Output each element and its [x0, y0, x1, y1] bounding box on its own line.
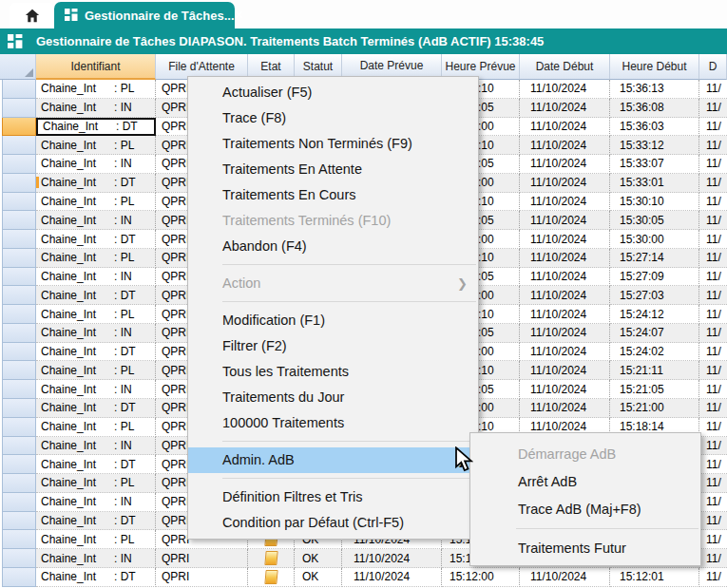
- cell-identifiant[interactable]: Chaine_Int: DT: [36, 343, 156, 362]
- menu-item-d-finition-filtres-et-tris[interactable]: Définition Filtres et Tris: [188, 484, 478, 510]
- cell-date-debut[interactable]: 11/10/2024: [520, 80, 610, 99]
- cell-heure-debut[interactable]: 15:21:00: [610, 399, 699, 418]
- row-selector[interactable]: [2, 268, 36, 287]
- cell-heure-debut[interactable]: 15:30:10: [610, 193, 699, 212]
- cell-date-fin[interactable]: 11/: [699, 286, 727, 305]
- cell-date-debut[interactable]: 11/10/2024: [520, 174, 610, 193]
- cell-date-fin[interactable]: 11/: [699, 249, 727, 268]
- cell-heure-debut[interactable]: 15:24:07: [610, 324, 699, 343]
- cell-date-debut[interactable]: 11/10/2024: [520, 230, 610, 249]
- cell-date-fin[interactable]: 11/: [699, 193, 727, 212]
- row-selector[interactable]: [2, 286, 36, 305]
- cell-date-fin[interactable]: 11/: [699, 211, 727, 230]
- row-selector[interactable]: [2, 80, 36, 99]
- menu-item-traitements-du-jour[interactable]: Traitements du Jour: [188, 385, 478, 410]
- row-selector[interactable]: [2, 193, 36, 212]
- row-selector[interactable]: [2, 324, 36, 343]
- cell-date-debut[interactable]: 11/10/2024: [520, 568, 610, 587]
- cell-heure-debut[interactable]: 15:12:01: [610, 568, 699, 587]
- cell-date-fin[interactable]: 11/: [699, 530, 727, 549]
- cell-file-attente[interactable]: QPRI: [156, 568, 248, 587]
- cell-heure-prevue[interactable]: 15:12:00: [442, 568, 520, 587]
- cell-date-debut[interactable]: 11/10/2024: [520, 155, 610, 174]
- cell-identifiant[interactable]: Chaine_Int: DT: [36, 286, 156, 305]
- cell-date-fin[interactable]: 11/: [699, 549, 727, 568]
- menu-item-tous-les-traitements[interactable]: Tous les Traitements: [188, 359, 478, 385]
- cell-date-fin[interactable]: 11/: [699, 118, 727, 137]
- tab-home[interactable]: [10, 3, 54, 28]
- menu-item-actualiser-f5[interactable]: Actualiser (F5): [188, 80, 478, 105]
- cell-date-debut[interactable]: 11/10/2024: [520, 249, 610, 268]
- cell-date-fin[interactable]: 11/: [699, 380, 727, 399]
- menu-item-abandon-f4[interactable]: Abandon (F4): [188, 234, 478, 259]
- tab-gestionnaire[interactable]: Gestionnaire de Tâches... ✕: [54, 2, 235, 28]
- cell-date-fin[interactable]: 11/: [699, 80, 727, 99]
- cell-heure-debut[interactable]: 15:30:05: [610, 211, 699, 230]
- cell-date-fin[interactable]: 11/: [699, 493, 727, 512]
- column-header-identifiant[interactable]: Identifiant: [36, 54, 156, 80]
- row-selector[interactable]: [2, 530, 36, 549]
- cell-identifiant[interactable]: Chaine_Int: DT: [36, 512, 156, 531]
- row-selector[interactable]: [2, 118, 36, 137]
- cell-identifiant[interactable]: Chaine_Int: DT: [36, 230, 156, 249]
- cell-identifiant[interactable]: Chaine_Int: IN: [36, 155, 156, 174]
- cell-date-debut[interactable]: 11/10/2024: [520, 361, 610, 380]
- cell-identifiant[interactable]: Chaine_Int: PL: [36, 193, 156, 212]
- cell-date-debut[interactable]: 11/10/2024: [520, 380, 610, 399]
- cell-heure-debut[interactable]: 15:27:14: [610, 249, 699, 268]
- cell-date-debut[interactable]: 11/10/2024: [520, 399, 610, 418]
- cell-identifiant[interactable]: Chaine_Int: PL: [36, 249, 156, 268]
- cell-date-fin[interactable]: 11/: [699, 512, 727, 531]
- cell-identifiant[interactable]: Chaine_Int: DT: [36, 568, 156, 587]
- cell-date-debut[interactable]: 11/10/2024: [520, 211, 610, 230]
- cell-date-fin[interactable]: 11/: [699, 437, 727, 456]
- table-row[interactable]: Chaine_Int: DTQPRIOK11/10/202415:12:0011…: [0, 568, 727, 587]
- row-selector[interactable]: [2, 249, 36, 268]
- cell-identifiant[interactable]: Chaine_Int: PL: [36, 530, 156, 549]
- cell-date-debut[interactable]: 11/10/2024: [520, 343, 610, 362]
- cell-heure-debut[interactable]: 15:24:12: [610, 305, 699, 324]
- cell-heure-debut[interactable]: 15:24:02: [610, 343, 699, 362]
- row-selector[interactable]: [2, 99, 36, 118]
- row-selector[interactable]: [2, 493, 36, 512]
- row-selector[interactable]: [2, 474, 36, 493]
- cell-date-fin[interactable]: 11/: [699, 174, 727, 193]
- cell-heure-debut[interactable]: 15:36:03: [610, 118, 699, 137]
- cell-identifiant[interactable]: Chaine_Int: PL: [36, 305, 156, 324]
- row-selector[interactable]: [2, 174, 36, 193]
- row-selector[interactable]: [2, 549, 36, 568]
- cell-heure-debut[interactable]: 15:33:07: [610, 155, 699, 174]
- cell-heure-debut[interactable]: 15:21:05: [610, 380, 699, 399]
- menu-item-traitements-en-cours[interactable]: Traitements En Cours: [188, 182, 478, 208]
- cell-etat[interactable]: [248, 568, 295, 587]
- cell-date-debut[interactable]: 11/10/2024: [520, 193, 610, 212]
- row-selector[interactable]: [2, 512, 36, 531]
- cell-date-debut[interactable]: 11/10/2024: [520, 286, 610, 305]
- cell-identifiant[interactable]: Chaine_Int: PL: [36, 136, 156, 155]
- cell-date-debut[interactable]: 11/10/2024: [520, 324, 610, 343]
- cell-identifiant[interactable]: Chaine_Int: DT: [36, 455, 156, 474]
- cell-date-fin[interactable]: 11/: [699, 418, 727, 437]
- menu-item-filtrer-f2[interactable]: Filtrer (F2): [188, 333, 478, 359]
- row-selector-header[interactable]: [0, 54, 36, 80]
- menu-item-100000-traitements[interactable]: 100000 Traitements: [188, 410, 478, 436]
- row-selector[interactable]: [2, 399, 36, 418]
- cell-identifiant[interactable]: Chaine_Int: DT: [36, 174, 156, 193]
- row-selector[interactable]: [2, 155, 36, 174]
- cell-etat[interactable]: [248, 549, 295, 568]
- cell-heure-debut[interactable]: 15:27:03: [610, 286, 699, 305]
- cell-identifiant[interactable]: Chaine_Int: IN: [36, 99, 156, 118]
- cell-date-fin[interactable]: 11/: [699, 268, 727, 287]
- menu-item-trace-adb-maj-f8[interactable]: Trace AdB (Maj+F8): [470, 496, 700, 523]
- cell-heure-debut[interactable]: 15:27:09: [610, 268, 699, 287]
- row-selector[interactable]: [2, 380, 36, 399]
- cell-statut[interactable]: OK: [295, 549, 342, 568]
- cell-file-attente[interactable]: QPRI: [156, 549, 248, 568]
- row-selector[interactable]: [2, 136, 36, 155]
- menu-item-admin-adb[interactable]: Admin. AdB❯: [188, 447, 478, 473]
- row-selector[interactable]: [2, 418, 36, 437]
- cell-statut[interactable]: OK: [295, 568, 342, 587]
- cell-date-prevue[interactable]: 11/10/2024: [342, 549, 442, 568]
- row-selector[interactable]: [2, 343, 36, 362]
- cell-identifiant[interactable]: Chaine_Int: PL: [36, 418, 156, 437]
